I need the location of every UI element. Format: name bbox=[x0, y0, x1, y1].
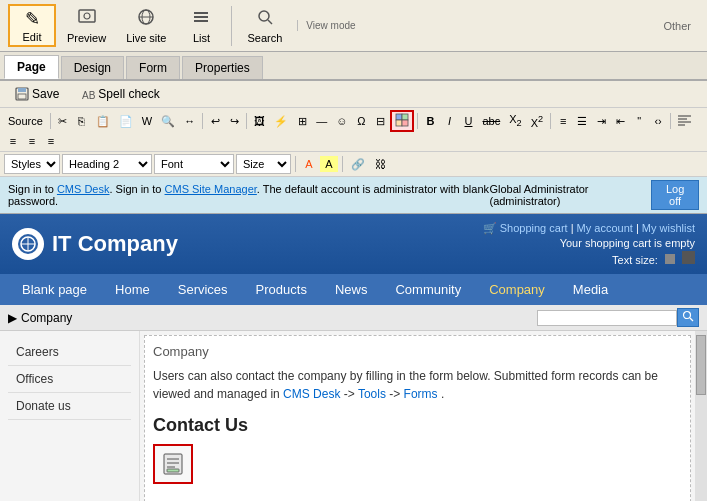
align-left-button[interactable] bbox=[674, 112, 695, 130]
underline-button[interactable]: U bbox=[459, 113, 477, 129]
align-center-button[interactable]: ≡ bbox=[4, 133, 22, 149]
styles-select[interactable]: Styles bbox=[4, 154, 60, 174]
nav-media[interactable]: Media bbox=[559, 274, 622, 305]
spell-check-button[interactable]: ABC Spell check bbox=[74, 84, 166, 104]
nav-services[interactable]: Services bbox=[164, 274, 242, 305]
sidebar-item-donate-us[interactable]: Donate us bbox=[8, 393, 131, 420]
cms-desk-content-link[interactable]: CMS Desk bbox=[283, 387, 340, 401]
image-button[interactable]: 🖼 bbox=[250, 113, 269, 129]
content-body: Users can also contact the company by fi… bbox=[153, 367, 682, 403]
search-input[interactable] bbox=[537, 310, 677, 326]
copy-button[interactable]: ⎘ bbox=[73, 113, 91, 129]
cms-site-manager-link[interactable]: CMS Site Manager bbox=[165, 183, 257, 195]
source-button[interactable]: Source bbox=[4, 113, 47, 129]
sidebar-item-careers[interactable]: Careers bbox=[8, 339, 131, 366]
list-button[interactable]: List bbox=[177, 5, 225, 47]
nav-home[interactable]: Home bbox=[101, 274, 164, 305]
outdent-button[interactable]: ⇤ bbox=[611, 113, 629, 130]
text-size-section: Text size: bbox=[483, 251, 695, 266]
search-submit-button[interactable] bbox=[677, 308, 699, 327]
size-select[interactable]: Size bbox=[236, 154, 291, 174]
list-ul-button[interactable]: ☰ bbox=[573, 113, 591, 130]
page-break-button[interactable]: ⊟ bbox=[371, 113, 389, 130]
site-header: IT Company 🛒 Shopping cart | My account … bbox=[0, 214, 707, 274]
tab-page[interactable]: Page bbox=[4, 55, 59, 79]
my-account-link[interactable]: My account bbox=[577, 222, 633, 234]
breadcrumb[interactable]: ▶ Company bbox=[8, 311, 72, 325]
nav-news[interactable]: News bbox=[321, 274, 382, 305]
svg-point-26 bbox=[684, 312, 691, 319]
forms-link[interactable]: Forms bbox=[404, 387, 438, 401]
special-char-button[interactable]: Ω bbox=[352, 113, 370, 129]
cms-widget-button[interactable] bbox=[390, 110, 414, 132]
search-button[interactable]: Search bbox=[238, 5, 291, 47]
bold-button[interactable]: B bbox=[421, 113, 439, 129]
toolbar-sep-2 bbox=[202, 113, 203, 129]
toolbar2-sep2 bbox=[342, 156, 343, 172]
nav-community[interactable]: Community bbox=[381, 274, 475, 305]
source2-button[interactable]: ‹› bbox=[649, 113, 667, 129]
top-toolbar: ✎ Edit Preview Live site List Search Vie… bbox=[0, 0, 707, 52]
nav-products[interactable]: Products bbox=[242, 274, 321, 305]
list-ol-button[interactable]: ≡ bbox=[554, 113, 572, 129]
strike-button[interactable]: abc bbox=[478, 113, 504, 129]
heading-select[interactable]: Heading 2 bbox=[62, 154, 152, 174]
live-site-button[interactable]: Live site bbox=[117, 5, 175, 47]
link-button[interactable]: 🔗 bbox=[347, 156, 369, 173]
admin-name: Global Administrator (administrator) bbox=[489, 183, 643, 207]
indent-button[interactable]: ⇥ bbox=[592, 113, 610, 130]
right-scrollbar[interactable] bbox=[695, 331, 707, 501]
toolbar-sep-6 bbox=[670, 113, 671, 129]
blockquote-button[interactable]: " bbox=[630, 113, 648, 129]
align-justify-button[interactable]: ≡ bbox=[42, 133, 60, 149]
replace-button[interactable]: ↔ bbox=[180, 113, 199, 129]
subscript-button[interactable]: X2 bbox=[505, 111, 525, 130]
log-off-button[interactable]: Log off bbox=[651, 180, 699, 210]
toolbar-sep-5 bbox=[550, 113, 551, 129]
italic-button[interactable]: I bbox=[440, 113, 458, 129]
cart-line: 🛒 Shopping cart | My account | My wishli… bbox=[483, 222, 695, 235]
flash-button[interactable]: ⚡ bbox=[270, 113, 292, 130]
scroll-thumb[interactable] bbox=[696, 335, 706, 395]
breadcrumb-arrow-icon: ▶ bbox=[8, 311, 17, 325]
cart-link[interactable]: Shopping cart bbox=[500, 222, 568, 234]
nav-company[interactable]: Company bbox=[475, 274, 559, 305]
svg-point-8 bbox=[259, 11, 269, 21]
my-wishlist-link[interactable]: My wishlist bbox=[642, 222, 695, 234]
tab-properties[interactable]: Properties bbox=[182, 56, 263, 79]
tab-form[interactable]: Form bbox=[126, 56, 180, 79]
table-button[interactable]: ⊞ bbox=[293, 113, 311, 130]
align-right-button[interactable]: ≡ bbox=[23, 133, 41, 149]
svg-rect-5 bbox=[194, 12, 208, 14]
toolbar-sep-1 bbox=[50, 113, 51, 129]
paste-text-button[interactable]: 📄 bbox=[115, 113, 137, 130]
paste-word-button[interactable]: W bbox=[138, 113, 156, 129]
redo-button[interactable]: ↪ bbox=[225, 113, 243, 130]
find-button[interactable]: 🔍 bbox=[157, 113, 179, 130]
text-size-large[interactable] bbox=[682, 251, 695, 264]
svg-rect-14 bbox=[396, 114, 402, 120]
tab-design[interactable]: Design bbox=[61, 56, 124, 79]
text-size-small[interactable] bbox=[665, 254, 675, 264]
smiley-button[interactable]: ☺ bbox=[332, 113, 351, 129]
paste-button[interactable]: 📋 bbox=[92, 113, 114, 130]
save-button[interactable]: Save bbox=[8, 84, 66, 104]
toolbar2-sep bbox=[295, 156, 296, 172]
undo-button[interactable]: ↩ bbox=[206, 113, 224, 130]
cms-desk-link[interactable]: CMS Desk bbox=[57, 183, 110, 195]
highlight-button[interactable]: A bbox=[320, 156, 338, 172]
hr-button[interactable]: — bbox=[312, 113, 331, 129]
preview-button[interactable]: Preview bbox=[58, 5, 115, 47]
action-bar: Save ABC Spell check bbox=[0, 81, 707, 108]
form-widget-box[interactable] bbox=[153, 444, 193, 484]
edit-button[interactable]: ✎ Edit bbox=[8, 4, 56, 47]
cut-button[interactable]: ✂ bbox=[54, 113, 72, 130]
main-content: Careers Offices Donate us Company Users … bbox=[0, 331, 707, 501]
tools-link[interactable]: Tools bbox=[358, 387, 386, 401]
superscript-button[interactable]: X2 bbox=[527, 112, 547, 131]
sidebar-item-offices[interactable]: Offices bbox=[8, 366, 131, 393]
font-color-button[interactable]: A bbox=[300, 156, 318, 172]
font-select[interactable]: Font bbox=[154, 154, 234, 174]
unlink-button[interactable]: ⛓ bbox=[371, 156, 390, 172]
nav-blank-page[interactable]: Blank page bbox=[8, 274, 101, 305]
